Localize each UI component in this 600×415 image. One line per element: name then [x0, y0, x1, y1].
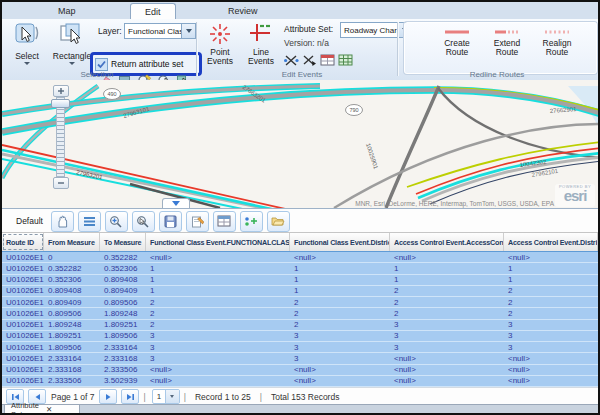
table-cell: 3 — [146, 353, 290, 363]
table-cell: 2 — [146, 297, 290, 307]
line-events-button[interactable]: Line Events — [242, 21, 280, 71]
table-row[interactable]: U01026E11.8092481.8092512233 — [2, 320, 598, 331]
record-range-label: Record 1 to 25 — [195, 392, 251, 402]
table-cell: 2 — [290, 297, 390, 307]
table-row[interactable]: U01026E10.8094080.8094091122 — [2, 286, 598, 297]
page-number-dropdown[interactable]: 1 — [152, 389, 180, 404]
table-row[interactable]: U01026E10.8095061.8092482222 — [2, 308, 598, 319]
attribute-table-button[interactable] — [337, 52, 354, 68]
realign-route-button[interactable]: Realign Route — [531, 29, 583, 69]
table-header: Route ID From Measure To Measure Functio… — [2, 232, 598, 252]
column-header-to-measure[interactable]: To Measure — [100, 233, 146, 251]
table-cell: 3 — [504, 320, 598, 330]
route-label: 27662901 — [550, 106, 578, 114]
table-cell: 2.333168 — [44, 365, 100, 375]
return-attribute-set-checkbox[interactable] — [95, 58, 108, 71]
table-row[interactable]: U01026E10.3523060.8094081111 — [2, 275, 598, 286]
plus-icon — [57, 87, 65, 95]
table-cell: <null> — [504, 365, 598, 375]
table-cell: 1.809248 — [100, 308, 146, 318]
pan-select-button[interactable] — [51, 211, 74, 232]
table-cell: <null> — [290, 365, 390, 375]
table-cell: <null> — [504, 353, 598, 363]
table-cell: 2 — [504, 286, 598, 296]
zoom-in-button[interactable] — [53, 85, 69, 97]
column-header-functionalclass[interactable]: Functional Class Event.FUNCTIONALCLASS — [146, 233, 290, 251]
table-row[interactable]: U01026E12.3331642.33316833<null><null> — [2, 353, 598, 364]
table-row[interactable]: U01026E11.8092511.8095063333 — [2, 331, 598, 342]
show-selected-records-button[interactable] — [78, 211, 101, 232]
chevron-down-icon[interactable] — [181, 24, 195, 38]
attribute-set-dropdown[interactable]: Roadway Characteristics — [340, 22, 412, 38]
save-button[interactable] — [159, 211, 182, 232]
zoom-slider-track[interactable] — [56, 97, 65, 177]
table-row[interactable]: U01026E10.3522820.3523061111 — [2, 263, 598, 274]
next-page-button[interactable] — [99, 389, 117, 404]
map-view[interactable]: 490 790 27663201 27963101 27662901 10025… — [2, 80, 598, 208]
pan-to-selection-button[interactable] — [132, 211, 155, 232]
point-events-button[interactable]: Point Events — [201, 21, 239, 71]
create-route-icon — [444, 29, 470, 35]
select-button[interactable]: Select — [6, 21, 48, 71]
related-records-button[interactable] — [240, 211, 263, 232]
table-row[interactable]: U01026E12.3335063.502939<null><null><nul… — [2, 376, 598, 387]
ribbon: Select Rectangle Layer: Functional Class — [2, 19, 598, 81]
table-row[interactable]: U01026E100.352282<null><null><null><null… — [2, 251, 598, 263]
column-header-accesscontrol[interactable]: Access Control Event.AccessControl — [390, 233, 504, 251]
table-row[interactable]: U01026E11.8095062.3331643333 — [2, 342, 598, 353]
first-page-icon — [11, 393, 20, 401]
attribute-set-tab[interactable]: Attribute Set ✕ — [4, 405, 80, 415]
table-cell: 1.809506 — [44, 342, 100, 352]
zoom-slider-thumb[interactable] — [51, 99, 70, 108]
open-layout-button[interactable] — [267, 211, 290, 232]
select-tool-icon — [12, 21, 42, 51]
table-cell: 3 — [390, 320, 504, 330]
records-dots-icon — [244, 215, 258, 227]
tab-review[interactable]: Review — [214, 3, 272, 18]
table-cell: U01026E1 — [2, 275, 44, 285]
table-row[interactable]: U01026E10.8094090.8095062222 — [2, 297, 598, 308]
esri-logo: POWERED BY esri — [555, 184, 595, 207]
separator: | — [143, 392, 145, 402]
extend-route-button[interactable]: Extend Route — [481, 29, 533, 69]
table-cell: <null> — [504, 376, 598, 386]
table-cell: 0.809408 — [100, 275, 146, 285]
rectangle-tool-icon — [57, 21, 87, 51]
create-route-button[interactable]: Create Route — [431, 29, 483, 69]
chevron-down-icon[interactable] — [165, 390, 179, 403]
table-row[interactable]: U01026E12.3331682.333506<null><null><nul… — [2, 365, 598, 376]
line-events-icon — [248, 21, 274, 47]
split-event-button[interactable] — [283, 52, 300, 68]
point-events-icon — [207, 21, 233, 47]
tab-map[interactable]: Map — [44, 3, 90, 18]
table-cell: 1 — [390, 275, 504, 285]
table-cell: 2.333164 — [44, 353, 100, 363]
table-cell: U01026E1 — [2, 342, 44, 352]
table-cell: 2 — [390, 308, 504, 318]
pagination-bar: Page 1 of 7 | 1 | Record 1 to 25 | Total… — [2, 387, 598, 405]
tab-edit[interactable]: Edit — [130, 3, 176, 20]
zoom-out-button[interactable] — [53, 177, 69, 189]
column-header-ac-district[interactable]: Access Control Event.District — [504, 233, 598, 251]
table-cell: 0 — [44, 252, 100, 262]
layer-dropdown[interactable]: Functional Class — [124, 23, 196, 39]
last-page-button[interactable] — [121, 389, 139, 404]
return-attribute-set-label: Return attribute set — [111, 59, 183, 69]
merge-event-button[interactable] — [301, 52, 318, 68]
column-header-from-measure[interactable]: From Measure — [44, 233, 100, 251]
table-cell: 1 — [146, 275, 290, 285]
table-cell: 1.809248 — [44, 320, 100, 330]
edit-events-group-caption: Edit Events — [242, 70, 362, 79]
close-icon[interactable]: ✕ — [46, 405, 75, 414]
event-attributes-button[interactable] — [319, 52, 336, 68]
rectangle-select-button[interactable]: Rectangle — [48, 21, 96, 71]
table-cell: 3.502939 — [100, 376, 146, 386]
column-header-route-id[interactable]: Route ID — [2, 233, 44, 251]
basemap: 490 790 27663201 27963101 27662901 10025… — [2, 80, 598, 208]
table-cell: 2 — [504, 297, 598, 307]
edit-records-button[interactable] — [186, 211, 209, 232]
map-collapse-button[interactable] — [162, 198, 190, 208]
column-header-fc-district[interactable]: Functional Class Event.District — [290, 233, 390, 251]
field-settings-button[interactable] — [213, 211, 236, 232]
zoom-to-selection-button[interactable] — [105, 211, 128, 232]
